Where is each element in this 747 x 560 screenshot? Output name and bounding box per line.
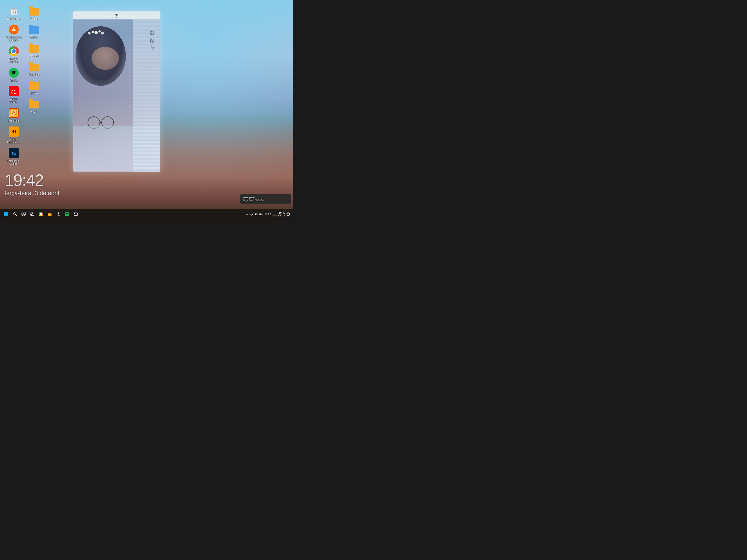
svg-rect-41	[22, 213, 23, 215]
imagens-folder-icon	[28, 43, 40, 54]
desktop: Reciclagem ! Avast Internet Security Goo…	[0, 0, 293, 220]
avast-icon: !	[8, 24, 19, 35]
search-icon	[13, 212, 17, 216]
icon-adobe-cc[interactable]: Cc Ai Ps Ae Adobe Creati...	[5, 85, 23, 105]
illustration-folder-icon	[28, 61, 40, 72]
taskbar-mail-button[interactable]	[71, 209, 80, 219]
taskbar: ∧	[0, 209, 293, 220]
musica-folder-icon	[28, 24, 40, 35]
series-label: Series	[30, 18, 37, 20]
tray-icons-area: ∧	[245, 212, 263, 216]
icon-series-folder[interactable]: Series	[25, 5, 43, 21]
svg-point-15	[13, 112, 15, 113]
voce-folder-icon	[28, 98, 40, 109]
japanese-text: 白い花びら	[149, 26, 156, 48]
face-shape	[92, 47, 119, 70]
phone-top-bar	[73, 11, 160, 20]
icon-voce-folder[interactable]: voce	[25, 98, 43, 114]
taskbar-time: 19:42	[279, 211, 285, 214]
taskbar-spotify-button[interactable]	[63, 209, 71, 219]
taskbar-clock: 19:42 01/04/2018	[273, 211, 285, 217]
svg-rect-44	[24, 215, 25, 216]
network-icon	[250, 213, 253, 216]
svg-point-28	[96, 32, 97, 33]
svg-point-29	[99, 31, 100, 32]
svg-text:!: !	[13, 29, 14, 31]
svg-rect-35	[4, 212, 6, 214]
volume-icon	[255, 213, 258, 216]
taskbar-explorer-button[interactable]	[45, 209, 54, 219]
battery-icon	[259, 213, 263, 215]
icon-avast[interactable]: ! Avast Internet Security	[5, 23, 23, 43]
phone-overlay: 白い花びら	[73, 11, 160, 171]
adobe-cc-icon: Cc Ai Ps Ae	[8, 86, 19, 97]
mail-icon	[74, 213, 78, 216]
notification-body: Terça-feira, 01/04/201...	[242, 199, 288, 202]
photoshop-icon: Ps	[8, 148, 19, 159]
taskbar-tray: ∧	[245, 211, 292, 217]
illustrator-icon: Ai	[8, 126, 19, 137]
phone-content-area: 白い花びら	[73, 20, 160, 171]
svg-rect-43	[22, 215, 23, 216]
wifi-icon	[113, 13, 120, 18]
start-button[interactable]	[1, 209, 11, 219]
spotify-icon	[8, 67, 19, 78]
icon-illustration-folder[interactable]: Illustration	[25, 60, 43, 77]
svg-line-40	[16, 215, 17, 216]
svg-point-51	[252, 215, 252, 216]
taskbar-search-button[interactable]	[11, 210, 19, 218]
taskbar-chrome-button[interactable]	[36, 209, 45, 219]
icon-imagens-folder[interactable]: imagens	[25, 42, 43, 58]
svg-rect-53	[262, 214, 262, 215]
icon-illustrator[interactable]: Ai Adobe Illustrator ...	[5, 125, 23, 145]
fresh-paint-label: Fresh Paint	[7, 119, 20, 123]
notification-center-icon	[286, 213, 290, 216]
svg-point-26	[88, 32, 90, 34]
chrome-taskbar-icon	[39, 212, 43, 216]
windows-logo-icon	[4, 212, 8, 216]
svg-rect-54	[259, 214, 261, 215]
settings-icon	[56, 212, 60, 216]
photo-background: 白い花びら	[73, 20, 160, 171]
icon-escola-folder[interactable]: Escola	[25, 79, 43, 96]
illustration-label: Illustration	[28, 73, 40, 76]
svg-point-27	[92, 32, 93, 33]
tray-network-icon[interactable]	[250, 212, 254, 216]
tray-battery-icon[interactable]	[259, 212, 263, 216]
escola-folder-icon	[28, 80, 40, 91]
stripe-overlay	[133, 20, 160, 171]
taskbar-settings-button[interactable]	[54, 209, 63, 219]
tray-volume-icon[interactable]	[254, 212, 258, 216]
illustrator-label: Adobe Illustrator ...	[5, 138, 22, 144]
clock-area: 19:42 terça-feira, 3 de abril	[5, 171, 59, 197]
svg-text:Ai: Ai	[11, 129, 17, 134]
svg-rect-50	[74, 213, 78, 215]
camera-icon	[30, 212, 34, 216]
desktop-icons-area: Reciclagem ! Avast Internet Security Goo…	[5, 5, 59, 176]
svg-text:Ae: Ae	[14, 92, 17, 94]
svg-text:Ps: Ps	[11, 92, 13, 94]
tray-expand-button[interactable]: ∧	[245, 212, 249, 216]
chrome-label: Google Chrome	[5, 58, 22, 63]
icon-photoshop[interactable]: Ps Photoshop - Atalho	[5, 146, 23, 166]
recycle-bin-label: Reciclagem	[7, 18, 20, 20]
spotify-taskbar-icon	[65, 212, 69, 216]
svg-text:Cc: Cc	[11, 89, 14, 91]
svg-text:Ai: Ai	[14, 89, 16, 91]
svg-point-49	[58, 213, 59, 215]
photoshop-label: Photoshop - Atalho	[5, 159, 22, 165]
icon-fresh-paint[interactable]: Fresh Paint	[5, 107, 23, 123]
svg-point-25	[101, 32, 104, 34]
adobe-cc-label: Adobe Creati...	[5, 98, 22, 104]
taskbar-camera-button[interactable]	[28, 209, 36, 219]
chrome-icon	[8, 46, 19, 57]
notification-app-name: Instagram	[242, 196, 288, 199]
icon-musica-folder[interactable]: Música	[25, 23, 43, 40]
task-view-button[interactable]	[19, 209, 28, 219]
icon-spotify[interactable]: Spotify	[5, 66, 23, 83]
notification-center-button[interactable]	[286, 212, 290, 216]
escola-label: Escola	[30, 92, 37, 95]
icon-chrome[interactable]: Google Chrome	[5, 45, 23, 64]
icon-recycle-bin[interactable]: Reciclagem	[5, 5, 23, 21]
taskbar-date: 01/04/2018	[273, 214, 285, 217]
